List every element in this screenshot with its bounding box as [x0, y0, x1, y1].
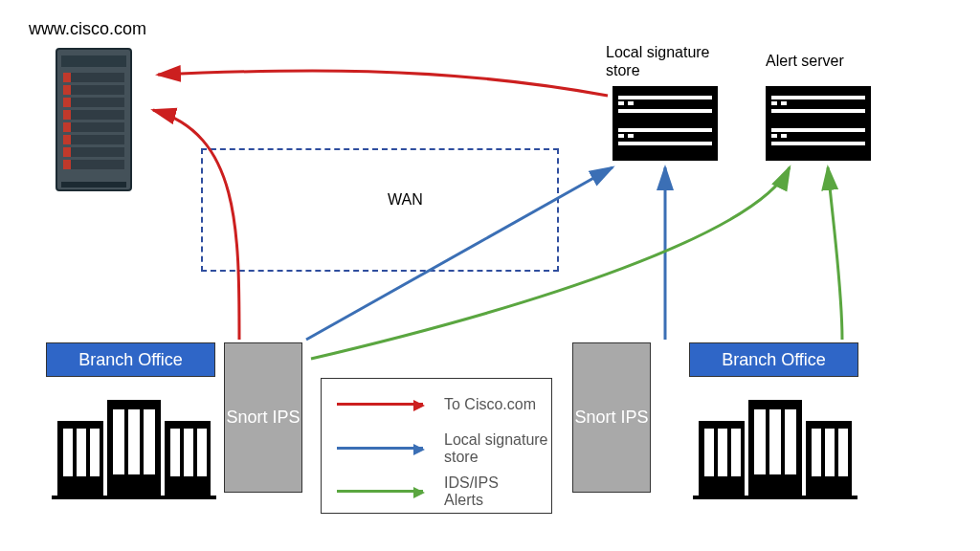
server-rack-icon: [766, 86, 871, 161]
office-buildings-icon: [699, 392, 852, 497]
snort-ips-box-right: Snort IPS: [572, 342, 651, 493]
branch-office-label-left: Branch Office: [46, 342, 215, 377]
wan-frame: [201, 148, 559, 272]
office-buildings-icon: [57, 392, 211, 497]
branch-office-label-right: Branch Office: [689, 342, 858, 377]
legend-green-text: IDS/IPS Alerts: [444, 474, 499, 508]
legend-green: IDS/IPS Alerts: [337, 474, 499, 508]
legend: To Cisco.com Local signature store IDS/I…: [321, 378, 552, 514]
server-rack-icon: [612, 86, 718, 161]
server-tower-icon: [56, 48, 132, 191]
alert-server-label: Alert server: [766, 53, 844, 70]
legend-red: To Cisco.com: [337, 396, 536, 413]
legend-blue-text: Local signature store: [444, 431, 548, 465]
wan-label: WAN: [388, 191, 423, 209]
sig-store-label: Local signature store: [606, 43, 710, 79]
snort-ips-box-left: Snort IPS: [224, 342, 302, 493]
snort-ips-text: Snort IPS: [574, 408, 648, 429]
legend-blue: Local signature store: [337, 431, 548, 465]
legend-red-text: To Cisco.com: [444, 396, 536, 413]
arrow-red-right: [158, 71, 608, 96]
snort-ips-text: Snort IPS: [226, 408, 300, 429]
cisco-url-label: www.cisco.com: [29, 19, 146, 39]
diagram-canvas: www.cisco.com Local signature store Aler…: [0, 0, 980, 551]
arrow-green-right: [828, 167, 842, 340]
